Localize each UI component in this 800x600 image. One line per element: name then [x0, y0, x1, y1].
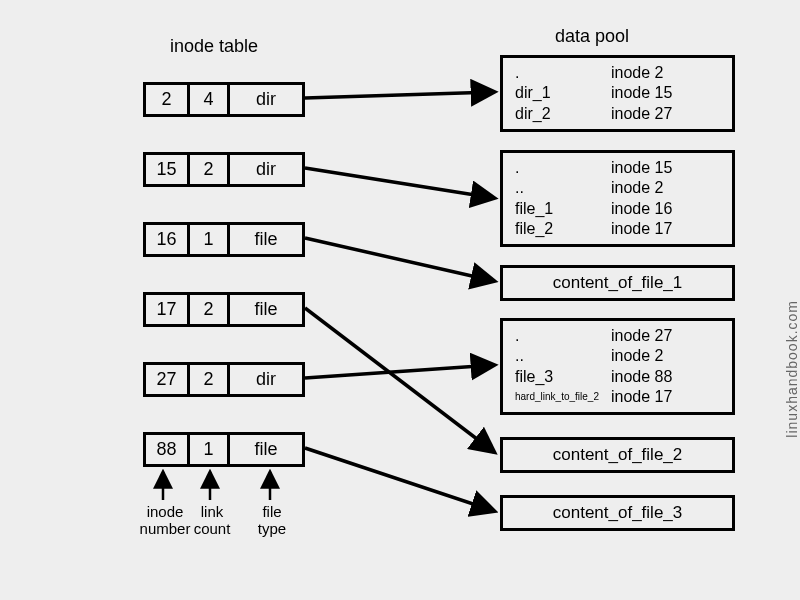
- dir-entry: . inode 15: [515, 158, 720, 178]
- link-count-cell: 2: [190, 365, 230, 394]
- inode-row: 2 4 dir: [143, 82, 305, 117]
- inode-number-cell: 88: [146, 435, 190, 464]
- dir-entry: . inode 27: [515, 326, 720, 346]
- dir-entry: .. inode 2: [515, 346, 720, 366]
- dir-entry: .. inode 2: [515, 178, 720, 198]
- link-count-cell: 4: [190, 85, 230, 114]
- svg-line-4: [305, 365, 494, 378]
- svg-line-3: [305, 308, 494, 452]
- data-pool-content-box: content_of_file_3: [500, 495, 735, 531]
- dir-entry: hard_link_to_file_2 inode 17: [515, 387, 720, 407]
- dir-entry: file_2 inode 17: [515, 219, 720, 239]
- file-type-cell: file: [230, 225, 302, 254]
- watermark: linuxhandbook.com: [784, 300, 800, 438]
- data-pool-dir-box: . inode 2 dir_1 inode 15 dir_2 inode 27: [500, 55, 735, 132]
- link-count-cell: 2: [190, 155, 230, 184]
- inode-row: 17 2 file: [143, 292, 305, 327]
- inode-number-cell: 17: [146, 295, 190, 324]
- file-type-cell: file: [230, 295, 302, 324]
- annotation-link-count: linkcount: [186, 503, 238, 538]
- file-type-cell: file: [230, 435, 302, 464]
- data-pool-dir-box: . inode 15 .. inode 2 file_1 inode 16 fi…: [500, 150, 735, 247]
- link-count-cell: 2: [190, 295, 230, 324]
- inode-row: 88 1 file: [143, 432, 305, 467]
- inode-row: 15 2 dir: [143, 152, 305, 187]
- dir-entry: dir_2 inode 27: [515, 104, 720, 124]
- inode-number-cell: 2: [146, 85, 190, 114]
- data-pool-content-box: content_of_file_1: [500, 265, 735, 301]
- svg-line-5: [305, 448, 494, 511]
- file-type-cell: dir: [230, 155, 302, 184]
- inode-number-cell: 15: [146, 155, 190, 184]
- diagram-stage: inode table data pool linuxhandbook.com …: [0, 0, 800, 600]
- inode-number-cell: 27: [146, 365, 190, 394]
- dir-entry: dir_1 inode 15: [515, 83, 720, 103]
- svg-line-0: [305, 92, 494, 98]
- inode-row: 27 2 dir: [143, 362, 305, 397]
- inode-number-cell: 16: [146, 225, 190, 254]
- dir-entry: file_3 inode 88: [515, 367, 720, 387]
- inode-table-title: inode table: [170, 36, 258, 57]
- dir-entry: . inode 2: [515, 63, 720, 83]
- link-count-cell: 1: [190, 225, 230, 254]
- inode-row: 16 1 file: [143, 222, 305, 257]
- data-pool-title: data pool: [555, 26, 629, 47]
- file-type-cell: dir: [230, 85, 302, 114]
- svg-line-1: [305, 168, 494, 198]
- link-count-cell: 1: [190, 435, 230, 464]
- data-pool-dir-box: . inode 27 .. inode 2 file_3 inode 88 ha…: [500, 318, 735, 415]
- dir-entry: file_1 inode 16: [515, 199, 720, 219]
- svg-line-2: [305, 238, 494, 281]
- annotation-file-type: filetype: [242, 503, 302, 538]
- file-type-cell: dir: [230, 365, 302, 394]
- data-pool-content-box: content_of_file_2: [500, 437, 735, 473]
